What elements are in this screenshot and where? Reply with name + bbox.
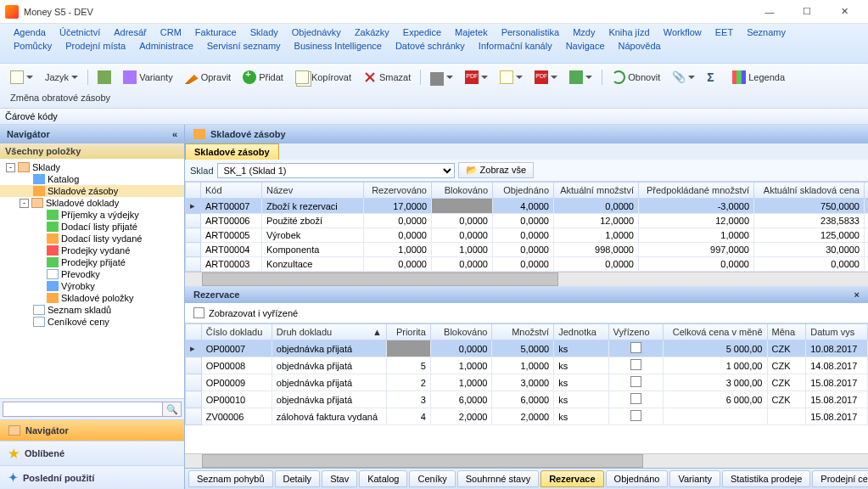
sklad-select[interactable]: SK_1 (Sklad 1): [217, 163, 455, 178]
col-header[interactable]: Název: [262, 183, 364, 199]
zobrazovat-vyrizene-checkbox[interactable]: [193, 307, 204, 318]
menu-nápověda[interactable]: Nápověda: [612, 39, 668, 53]
tab-prodejní-ceny[interactable]: Prodejní ceny: [812, 470, 868, 487]
attach-button[interactable]: [667, 68, 700, 87]
export-button[interactable]: [564, 68, 597, 87]
col-header[interactable]: Množství: [492, 324, 554, 340]
menu-datové schránky[interactable]: Datové schránky: [389, 39, 472, 53]
tree-node[interactable]: -Skladové doklady: [0, 197, 184, 209]
menu-majetek[interactable]: Majetek: [448, 25, 495, 39]
navigator-filter[interactable]: Všechny položky: [0, 143, 184, 159]
kopirovat-button[interactable]: Kopírovat: [290, 68, 356, 87]
tab-skladove-zasoby[interactable]: Skladové zásoby: [185, 143, 279, 160]
rezervace-close-icon[interactable]: ×: [854, 289, 860, 300]
menu-expedice[interactable]: Expedice: [396, 25, 448, 39]
table-row[interactable]: ART00006Použité zboží0,00000,00000,00001…: [186, 214, 869, 228]
vyrizeno-checkbox[interactable]: [630, 342, 641, 353]
tab-souhrnné-stavy[interactable]: Souhrnné stavy: [457, 470, 539, 487]
varianty-button[interactable]: Varianty: [118, 68, 178, 87]
menu-eet[interactable]: EET: [708, 25, 740, 39]
col-header[interactable]: Vý: [865, 183, 869, 199]
tab-stav[interactable]: Stav: [322, 470, 357, 487]
col-header[interactable]: Číslo dokladu: [201, 324, 272, 340]
menu-mzdy[interactable]: Mzdy: [566, 25, 602, 39]
table-row[interactable]: ART00003Konzultace0,00000,00000,00000,00…: [186, 257, 869, 272]
col-header[interactable]: Datum vys: [806, 324, 868, 340]
nav-section-oblibene[interactable]: ★Oblíbené: [0, 441, 184, 465]
tab-detaily[interactable]: Detaily: [275, 470, 321, 487]
tree-node[interactable]: Ceníkové ceny: [0, 316, 184, 328]
smazat-button[interactable]: Smazat: [358, 68, 416, 87]
menu-agenda[interactable]: Agenda: [7, 25, 53, 39]
tree-node[interactable]: Skladové zásoby: [0, 185, 184, 197]
nav-section-navigator[interactable]: Navigátor: [0, 419, 184, 441]
jazyk-button[interactable]: Jazyk: [40, 70, 83, 85]
col-header[interactable]: Aktuální množství: [554, 183, 639, 199]
menu-fakturace[interactable]: Fakturace: [188, 25, 244, 39]
tree-node[interactable]: Prodejky přijaté: [0, 256, 184, 268]
vyrizeno-checkbox[interactable]: [630, 393, 641, 404]
new-button[interactable]: [5, 68, 38, 87]
maximize-button[interactable]: ☐: [788, 0, 826, 23]
tree-node[interactable]: Katalog: [0, 173, 184, 185]
mail-button[interactable]: [495, 68, 528, 87]
pdf-button[interactable]: [460, 68, 493, 87]
table-row[interactable]: ART00004Komponenta1,00001,00000,0000998,…: [186, 243, 869, 257]
col-header[interactable]: Priorita: [386, 324, 430, 340]
menu-účetnictví[interactable]: Účetnictví: [53, 25, 107, 39]
nav-section-posledni[interactable]: ✦Poslední použití: [0, 465, 184, 489]
collapse-icon[interactable]: «: [172, 129, 177, 139]
tab-statistika-prodeje[interactable]: Statistika prodeje: [722, 470, 810, 487]
menu-servisní seznamy[interactable]: Servisní seznamy: [200, 39, 288, 53]
tree-node[interactable]: Seznam skladů: [0, 304, 184, 316]
menu-navigace[interactable]: Navigace: [559, 39, 612, 53]
tab-varianty[interactable]: Varianty: [669, 470, 720, 487]
menu-crm[interactable]: CRM: [154, 25, 188, 39]
tree-node[interactable]: Výrobky: [0, 280, 184, 292]
col-header[interactable]: Jednotka: [554, 324, 608, 340]
col-header[interactable]: Měna: [767, 324, 806, 340]
col-header[interactable]: Vyřízeno: [608, 324, 663, 340]
menu-prodejní místa[interactable]: Prodejní místa: [59, 39, 132, 53]
pdf2-button[interactable]: [529, 68, 563, 87]
col-header[interactable]: Blokováno: [430, 324, 492, 340]
menu-sklady[interactable]: Sklady: [244, 25, 285, 39]
opravit-button[interactable]: Opravit: [180, 68, 236, 87]
col-header[interactable]: Předpokládané množství: [639, 183, 754, 199]
table-row[interactable]: OP00010objednávka přijatá36,00006,0000ks…: [186, 391, 868, 408]
tab-ceníky[interactable]: Ceníky: [409, 470, 455, 487]
navigator-tree[interactable]: -SkladyKatalogSkladové zásoby-Skladové d…: [0, 159, 184, 398]
minimize-button[interactable]: —: [751, 0, 788, 23]
menu-kniha jízd[interactable]: Kniha jízd: [602, 25, 656, 39]
col-header[interactable]: Aktuální skladová cena: [754, 183, 865, 199]
menu-seznamy[interactable]: Seznamy: [740, 25, 792, 39]
col-header[interactable]: Kód: [201, 183, 262, 199]
table-row[interactable]: ART00005Výrobek0,00000,00000,00001,00001…: [186, 228, 869, 243]
rezervace-grid[interactable]: Číslo dokladuDruh dokladu ▲PrioritaBloko…: [185, 323, 868, 425]
zobraz-vse-button[interactable]: 📂 Zobraz vše: [458, 162, 534, 178]
col-header[interactable]: Rezervováno: [364, 183, 432, 199]
tab-objednáno[interactable]: Objednáno: [606, 470, 669, 487]
col-header[interactable]: Objednáno: [493, 183, 554, 199]
tab-seznam-pohybů[interactable]: Seznam pohybů: [188, 470, 273, 487]
menu-informační kanály[interactable]: Informační kanály: [472, 39, 559, 53]
col-header[interactable]: Blokováno: [432, 183, 493, 199]
zmena-button[interactable]: Změna obratové zásoby: [5, 90, 115, 105]
sum-button[interactable]: [702, 68, 725, 87]
tree-node[interactable]: Skladové položky: [0, 292, 184, 304]
grid-button[interactable]: [92, 68, 116, 87]
tree-toggle[interactable]: -: [20, 199, 29, 208]
table-row[interactable]: OP00008objednávka přijatá51,00001,0000ks…: [186, 357, 868, 374]
col-header[interactable]: Druh dokladu ▲: [272, 324, 386, 340]
tree-node[interactable]: Dodací listy vydané: [0, 233, 184, 244]
vyrizeno-checkbox[interactable]: [630, 376, 641, 387]
menu-personalistika[interactable]: Personalistika: [495, 25, 566, 39]
vyrizeno-checkbox[interactable]: [630, 359, 641, 370]
tree-toggle[interactable]: -: [6, 163, 15, 172]
search-input[interactable]: [3, 402, 163, 417]
carove-kody-button[interactable]: Čárové kódy: [5, 111, 58, 121]
obnovit-button[interactable]: Obnovit: [607, 68, 665, 87]
menu-objednávky[interactable]: Objednávky: [285, 25, 348, 39]
print-button[interactable]: [425, 66, 458, 88]
vyrizeno-checkbox[interactable]: [630, 410, 641, 421]
